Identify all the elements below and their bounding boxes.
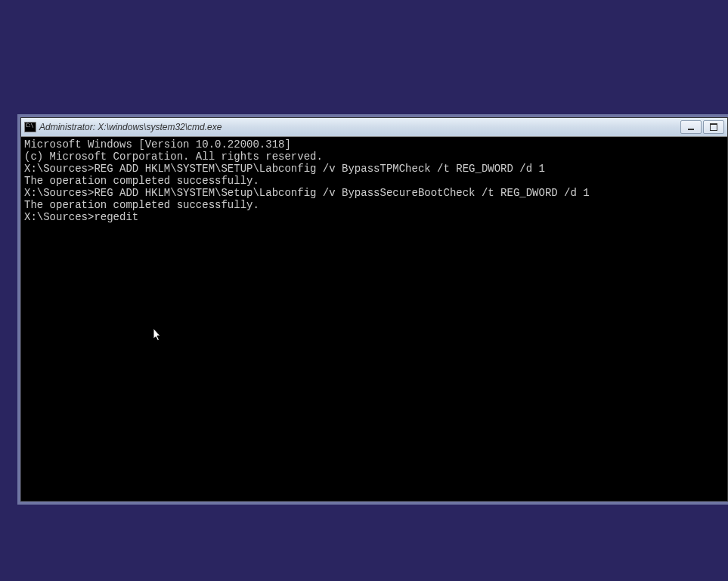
terminal-line: X:\Sources>REG ADD HKLM\SYSTEM\Setup\Lab… xyxy=(24,187,724,199)
cmd-window: Administrator: X:\windows\system32\cmd.e… xyxy=(20,117,728,502)
window-title: Administrator: X:\windows\system32\cmd.e… xyxy=(39,122,680,132)
terminal-line: Microsoft Windows [Version 10.0.22000.31… xyxy=(24,138,724,151)
terminal-line: The operation completed successfully. xyxy=(24,199,724,211)
cmd-icon xyxy=(24,122,36,132)
window-controls xyxy=(680,120,724,134)
terminal-line: X:\Sources>REG ADD HKLM\SYSTEM\SETUP\Lab… xyxy=(24,163,724,175)
terminal-line: (c) Microsoft Corporation. All rights re… xyxy=(24,151,724,163)
titlebar[interactable]: Administrator: X:\windows\system32\cmd.e… xyxy=(21,118,727,137)
maximize-button[interactable] xyxy=(703,120,724,134)
terminal-line: X:\Sources>regedit xyxy=(24,211,724,223)
minimize-button[interactable] xyxy=(680,120,702,134)
terminal-output[interactable]: Microsoft Windows [Version 10.0.22000.31… xyxy=(21,137,727,501)
terminal-line: The operation completed successfully. xyxy=(24,175,724,187)
